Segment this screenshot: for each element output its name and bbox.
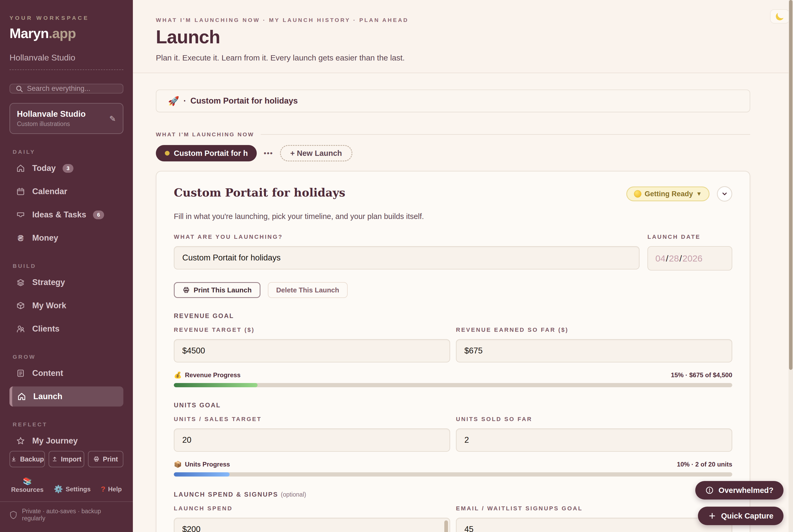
units-progress-track [174,472,732,477]
sidebar-item-label: My Journey [32,436,78,445]
spend-signups-heading: LAUNCH SPEND & SIGNUPS (optional) [174,491,732,498]
print-button[interactable]: Print [88,451,124,467]
page-scrollbar[interactable] [789,0,793,532]
chevron-down-icon [721,190,728,197]
sidebar-section-build: BUILD Strategy My Work Clients [10,263,124,339]
help-label: Help [108,486,122,493]
calendar-icon [16,187,25,196]
revenue-earned-input[interactable] [456,339,732,362]
settings-link[interactable]: ⚙️ Settings [54,485,91,493]
money-bag-icon: 💰 [174,372,182,379]
date-day: 28 [669,253,679,264]
resources-link[interactable]: 📚 Resources [11,477,43,493]
app-logo-name: Maryn [10,26,49,41]
optional-note: (optional) [281,491,306,498]
sidebar-item-launch[interactable]: Launch [10,386,124,406]
launch-spend-label: LAUNCH SPEND [174,505,450,512]
print-launch-button[interactable]: Print This Launch [174,282,261,298]
revenue-target-input[interactable] [174,339,450,362]
workspace-eyebrow: YOUR WORKSPACE [10,15,124,21]
package-emoji-icon: 📦 [174,461,182,468]
revenue-progress-track [174,383,732,387]
collapse-button[interactable] [717,186,732,202]
units-sold-label: UNITS SOLD SO FAR [456,416,732,423]
privacy-status-text: Private · auto-saves · backup regularly [22,508,124,522]
header-breadcrumb: WHAT I'M LAUNCHING NOW · MY LAUNCH HISTO… [156,17,793,23]
sidebar-item-money[interactable]: ₴ Money [10,228,124,248]
status-badge[interactable]: Getting Ready ▼ [626,187,710,201]
revenue-progress-fill [174,383,258,387]
launch-spend-input[interactable] [174,518,450,532]
sidebar-section-reflect: REFLECT My Journey [10,421,124,451]
sidebar-item-my-work[interactable]: My Work [10,296,124,316]
sidebar-item-label: Calendar [32,187,68,196]
search-input[interactable]: Search everything... [10,84,124,94]
main-area: WHAT I'M LAUNCHING NOW · MY LAUNCH HISTO… [133,0,793,532]
units-target-input[interactable] [174,429,450,452]
signups-goal-label: EMAIL / WAITLIST SIGNUPS GOAL [456,505,732,512]
banner-text: Custom Portait for holidays [190,96,298,106]
units-progress-value: 10% · 2 of 20 units [677,461,732,468]
workspace-card-title: Hollanvale Studio [17,109,116,119]
sidebar-item-label: Money [32,233,58,243]
sidebar-item-strategy[interactable]: Strategy [10,272,124,292]
home-icon [16,164,25,173]
units-sold-input[interactable] [456,429,732,452]
date-year: 2026 [683,253,703,264]
scrollbar-thumb[interactable] [789,0,792,370]
privacy-status: Private · auto-saves · backup regularly [0,501,133,528]
launch-banner: 🚀 · Custom Portait for holidays [156,90,750,112]
layers-icon [16,278,25,287]
printer-icon [93,456,99,462]
date-separator: / [679,253,682,264]
house-icon [17,392,26,401]
backup-label: Backup [20,455,44,463]
units-progress-fill [174,472,229,477]
sidebar-item-ideas-tasks[interactable]: Ideas & Tasks 6 [10,205,124,225]
tabs-section: WHAT I'M LAUNCHING NOW [156,131,750,138]
star-icon [16,436,25,445]
launch-date-label: LAUNCH DATE [647,233,732,240]
sidebar-item-my-journey[interactable]: My Journey [10,431,124,451]
gear-icon: ⚙️ [54,485,63,493]
yellow-dot-icon [634,190,641,197]
search-placeholder: Search everything... [27,84,90,93]
delete-launch-button[interactable]: Delete This Launch [268,282,347,298]
alert-circle-icon [705,486,714,494]
section-label: GROW [10,354,124,360]
sidebar-item-clients[interactable]: Clients [10,319,124,339]
backup-button[interactable]: Backup [10,451,45,467]
sidebar-item-today[interactable]: Today 3 [10,158,124,178]
currency-icon: ₴ [16,233,25,243]
launch-date-input[interactable]: 04/28/2026 [647,246,732,270]
moon-icon [775,11,785,21]
units-progress-label: 📦 Units Progress [174,461,230,468]
section-label: DAILY [10,149,124,155]
tab-overflow-dots[interactable]: ••• [264,149,273,157]
tabs-section-label: WHAT I'M LAUNCHING NOW [156,131,254,138]
print-label: Print [103,455,118,463]
users-icon [16,324,25,334]
new-launch-button[interactable]: + New Launch [280,145,352,162]
app-root: YOUR WORKSPACE Maryn.app Hollanvale Stud… [0,0,793,532]
import-button[interactable]: Import [49,451,84,467]
sidebar-item-calendar[interactable]: Calendar [10,182,124,202]
print-launch-label: Print This Launch [194,286,252,294]
edit-pencil-icon[interactable]: ✎ [109,114,116,123]
launching-input[interactable] [174,246,640,269]
sidebar-item-content[interactable]: Content [10,363,124,383]
download-icon [11,456,17,462]
workspace-card[interactable]: Hollanvale Studio Custom illustrations ✎ [10,103,124,134]
tab-active-launch[interactable]: Custom Portait for h [156,145,257,162]
app-logo-suffix: .app [49,26,76,41]
signups-goal-input[interactable] [456,518,732,532]
document-icon [16,368,25,378]
field-scrollbar[interactable] [444,520,448,532]
theme-toggle-button[interactable] [770,9,790,23]
overwhelmed-button[interactable]: Overwhelmed? [695,481,783,499]
units-target-label: UNITS / SALES TARGET [174,416,450,423]
help-link[interactable]: ? Help [101,485,122,493]
launch-card: Custom Portait for holidays Getting Read… [156,171,750,532]
import-label: Import [61,455,82,463]
quick-capture-button[interactable]: Quick Capture [698,507,783,525]
